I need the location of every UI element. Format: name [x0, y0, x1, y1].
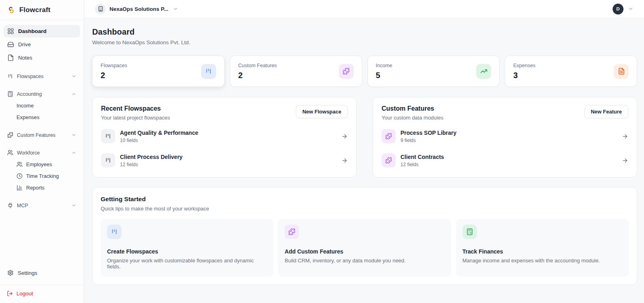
- panel-subtitle: Your latest project flowspaces: [101, 115, 170, 121]
- sidebar-item-label: Reports: [26, 185, 45, 191]
- sidebar-item-dashboard[interactable]: Dashboard: [4, 25, 80, 37]
- sidebar-item-time-tracking[interactable]: Time Tracking: [4, 171, 80, 181]
- clock-icon: [17, 173, 23, 179]
- bar-chart-icon: [17, 185, 23, 191]
- item-title: Client Process Delivery: [120, 154, 183, 160]
- stat-card-expenses: Expenses 3: [505, 56, 637, 87]
- tip-description: Build CRM, inventory, or any data module…: [285, 258, 444, 264]
- getting-started-subtitle: Quick tips to make the most of your work…: [101, 206, 629, 212]
- tip-title: Add Custom Features: [285, 248, 444, 255]
- stat-label: Custom Features: [238, 63, 277, 68]
- sidebar-section-workforce[interactable]: Workforce: [4, 147, 80, 158]
- new-flowspace-button[interactable]: New Flowspace: [296, 105, 348, 118]
- sidebar-item-expenses[interactable]: Expenses: [4, 112, 80, 123]
- stat-label: Flowspaces: [101, 63, 127, 68]
- sidebar-item-reports[interactable]: Reports: [4, 182, 80, 193]
- new-feature-button[interactable]: New Feature: [584, 105, 628, 118]
- sidebar-item-label: Expenses: [17, 114, 39, 120]
- arrow-right-icon[interactable]: [622, 133, 628, 140]
- calculator-icon: [7, 91, 13, 97]
- hard-drive-icon: [7, 41, 14, 48]
- sidebar-item-label: Income: [17, 103, 34, 109]
- sidebar-item-label: Notes: [18, 55, 32, 61]
- kanban-icon: [101, 129, 115, 143]
- sidebar-item-employees[interactable]: Employees: [4, 159, 80, 170]
- sidebar-item-income[interactable]: Income: [4, 100, 80, 111]
- chevron-down-icon: [628, 6, 634, 12]
- stat-label: Income: [376, 63, 392, 68]
- kanban-icon: [7, 73, 13, 79]
- topbar: NexaOps Solutions P... D: [84, 0, 644, 18]
- sidebar-section-custom-features[interactable]: Custom Features: [4, 130, 80, 140]
- arrow-right-icon[interactable]: [622, 157, 628, 164]
- building-icon: [95, 4, 106, 14]
- stat-label: Expenses: [513, 63, 535, 68]
- custom-features-panel: Custom Features Your custom data modules…: [373, 97, 637, 177]
- arrow-right-icon[interactable]: [341, 157, 348, 164]
- sidebar-item-settings[interactable]: Settings: [4, 266, 80, 279]
- flowspace-list: Agent Quality & Performance 10 fields Cl…: [101, 129, 348, 167]
- item-title: Agent Quality & Performance: [120, 130, 198, 136]
- sidebar-section-accounting[interactable]: Accounting: [4, 89, 80, 99]
- logout-button[interactable]: Logout: [7, 291, 77, 297]
- section-label: Workforce: [17, 150, 40, 156]
- sidebar-item-drive[interactable]: Drive: [4, 38, 80, 51]
- list-item-process-sop[interactable]: Process SOP Library 9 fields: [382, 129, 628, 143]
- sidebar: Flowcraft Dashboard Drive Notes Flowspac…: [0, 0, 84, 303]
- item-meta: 12 fields: [400, 162, 444, 167]
- chevron-down-icon: [173, 6, 178, 12]
- section-label: Accounting: [17, 91, 42, 97]
- sidebar-item-label: Settings: [18, 270, 37, 276]
- tip-title: Track Finances: [462, 248, 622, 255]
- stat-value: 5: [376, 71, 392, 80]
- users-icon: [7, 150, 13, 156]
- tip-title: Create Flowspaces: [107, 248, 267, 255]
- list-item-client-process[interactable]: Client Process Delivery 12 fields: [101, 153, 348, 167]
- stat-card-custom-features: Custom Features 2: [230, 56, 362, 87]
- user-menu[interactable]: D: [613, 4, 634, 14]
- logout-label: Logout: [17, 291, 33, 297]
- stat-card-income: Income 5: [367, 56, 500, 87]
- layout-grid-icon: [7, 28, 14, 35]
- main-area: NexaOps Solutions P... D Dashboard Welco…: [84, 0, 644, 303]
- panels-row: Recent Flowspaces Your latest project fl…: [92, 97, 637, 177]
- page-content: Dashboard Welcome to NexaOps Solutions P…: [84, 18, 644, 303]
- section-label: Flowspaces: [17, 74, 43, 79]
- gear-icon: [7, 270, 14, 276]
- logout-section: Logout: [0, 285, 84, 303]
- feature-list: Process SOP Library 9 fields Client Cont…: [382, 129, 628, 167]
- stat-value: 2: [238, 71, 277, 80]
- section-label: MCP: [17, 203, 28, 208]
- sidebar-item-notes[interactable]: Notes: [4, 52, 80, 64]
- org-name: NexaOps Solutions P...: [109, 6, 168, 12]
- arrow-right-icon[interactable]: [341, 133, 348, 140]
- org-switcher[interactable]: NexaOps Solutions P...: [95, 4, 178, 14]
- sidebar-section-flowspaces[interactable]: Flowspaces: [4, 71, 80, 82]
- tip-track-finances: Track Finances Manage income and expense…: [456, 219, 629, 276]
- list-item-client-contracts[interactable]: Client Contracts 12 fields: [382, 153, 628, 167]
- puzzle-icon: [7, 132, 13, 138]
- item-meta: 9 fields: [400, 138, 456, 143]
- calculator-icon: [462, 225, 477, 239]
- flowcraft-logo-icon: [7, 6, 16, 14]
- stat-card-flowspaces: Flowspaces 2: [92, 56, 225, 87]
- sidebar-item-label: Employees: [26, 161, 52, 167]
- list-item-agent-quality[interactable]: Agent Quality & Performance 10 fields: [101, 129, 348, 143]
- file-icon: [7, 54, 14, 61]
- puzzle-icon: [382, 129, 396, 143]
- page-title: Dashboard: [92, 27, 637, 37]
- sidebar-nav: Dashboard Drive Notes Flowspaces Account…: [0, 20, 84, 266]
- sidebar-item-label: Time Tracking: [26, 173, 59, 179]
- kanban-icon: [101, 153, 115, 167]
- section-label: Custom Features: [17, 132, 56, 138]
- stat-value: 3: [513, 71, 535, 80]
- tip-create-flowspaces: Create Flowspaces Organize your work wit…: [101, 219, 273, 276]
- avatar: D: [613, 4, 623, 14]
- panel-subtitle: Your custom data modules: [382, 115, 443, 121]
- chevron-down-icon: [71, 74, 76, 79]
- stat-value: 2: [101, 71, 127, 80]
- getting-started-panel: Getting Started Quick tips to make the m…: [92, 187, 637, 285]
- panel-title: Recent Flowspaces: [101, 105, 170, 112]
- item-title: Client Contracts: [400, 154, 444, 160]
- sidebar-section-mcp[interactable]: MCP: [4, 200, 80, 211]
